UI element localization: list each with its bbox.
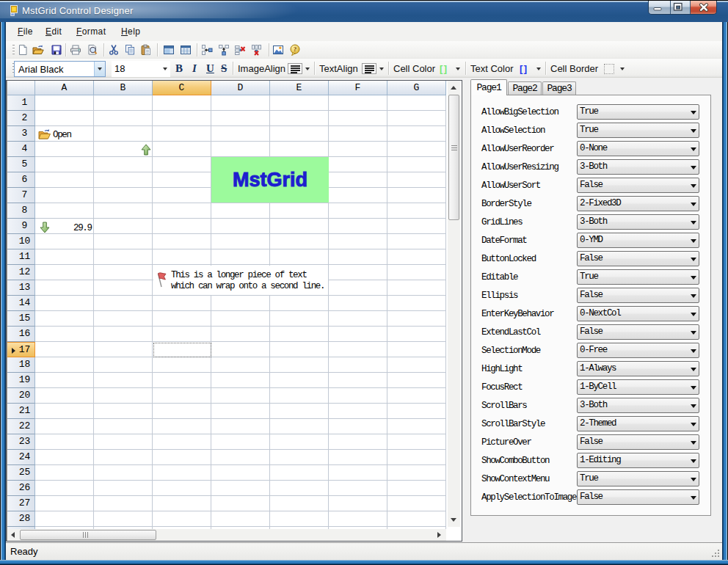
svg-text:?: ? bbox=[294, 45, 297, 53]
